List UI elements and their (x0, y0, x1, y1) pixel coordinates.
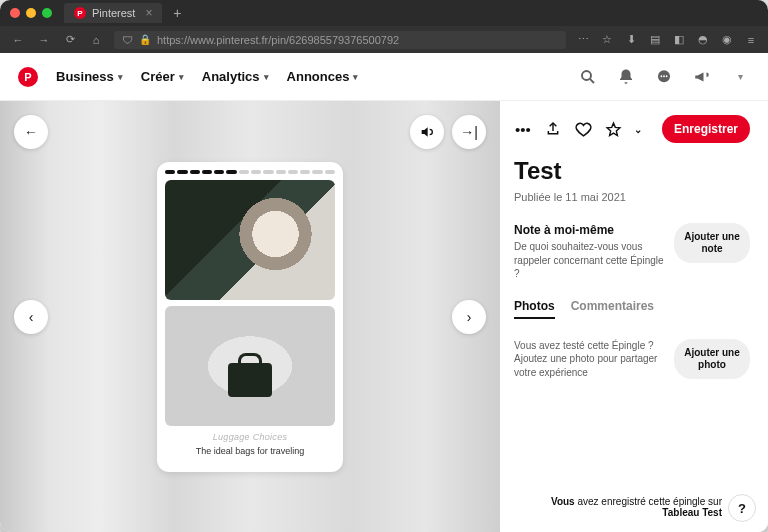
star-icon[interactable]: ☆ (600, 33, 614, 47)
pin-date: Publiée le 11 mai 2021 (514, 191, 750, 203)
tab-comments[interactable]: Commentaires (571, 299, 654, 319)
tab-photos[interactable]: Photos (514, 299, 555, 319)
board-chevron-icon[interactable]: ⌄ (634, 124, 642, 135)
chevron-down-icon: ▾ (353, 72, 358, 82)
chevron-down-icon: ▾ (264, 72, 269, 82)
nav-reload-icon[interactable]: ⟳ (62, 32, 78, 48)
story-progress (165, 170, 335, 174)
bell-icon[interactable] (616, 67, 636, 87)
nav-forward-icon[interactable]: → (36, 32, 52, 48)
skip-end-button[interactable]: →| (452, 115, 486, 149)
svg-point-4 (663, 75, 665, 77)
add-photo-button[interactable]: Ajouter une photo (674, 339, 750, 379)
site-header: P Business▾ Créer▾ Analytics▾ Annonces▾ … (0, 53, 768, 101)
nav-home-icon[interactable]: ⌂ (88, 32, 104, 48)
shield2-icon[interactable]: ◓ (696, 33, 710, 47)
browser-titlebar: P Pinterest × + (0, 0, 768, 26)
action-row: ••• ⌄ Enregistrer (514, 115, 750, 143)
tried-body: Vous avez testé cette Épingle ? Ajoutez … (514, 339, 664, 380)
account-icon[interactable]: ◉ (720, 33, 734, 47)
story-card: Luggage Choices The ideal bags for trave… (157, 162, 343, 472)
tried-section: Vous avez testé cette Épingle ? Ajoutez … (514, 339, 750, 380)
close-tab-icon[interactable]: × (145, 6, 152, 20)
megaphone-icon[interactable] (692, 67, 712, 87)
chevron-down-icon: ▾ (179, 72, 184, 82)
next-button[interactable]: › (452, 300, 486, 334)
sidebar-icon[interactable]: ◧ (672, 33, 686, 47)
story-caption: Luggage Choices (165, 432, 335, 442)
address-bar[interactable]: 🛡 🔒 https://www.pinterest.fr/pin/6269855… (114, 31, 566, 49)
maximize-window-button[interactable] (42, 8, 52, 18)
library-icon[interactable]: ▤ (648, 33, 662, 47)
close-window-button[interactable] (10, 8, 20, 18)
nav-create[interactable]: Créer▾ (141, 69, 184, 84)
heart-icon[interactable] (574, 120, 592, 138)
browser-tab[interactable]: P Pinterest × (64, 3, 162, 23)
pinterest-logo[interactable]: P (18, 67, 38, 87)
nav-analytics[interactable]: Analytics▾ (202, 69, 269, 84)
chevron-down-icon: ▾ (118, 72, 123, 82)
bag-illustration (228, 363, 272, 397)
lock-icon: 🔒 (139, 34, 151, 45)
detail-tabs: Photos Commentaires (514, 299, 750, 319)
account-chevron-icon[interactable]: ▾ (730, 67, 750, 87)
back-button[interactable]: ← (14, 115, 48, 149)
svg-line-1 (590, 78, 594, 82)
svg-point-0 (582, 71, 591, 80)
downloads-icon[interactable]: ⬇ (624, 33, 638, 47)
nav-back-icon[interactable]: ← (10, 32, 26, 48)
menu-icon[interactable]: ≡ (744, 33, 758, 47)
content-area: ← →| ‹ › Luggage Choices The ideal bags … (0, 101, 768, 532)
volume-button[interactable] (410, 115, 444, 149)
minimize-window-button[interactable] (26, 8, 36, 18)
story-image-2 (165, 306, 335, 426)
messages-icon[interactable] (654, 67, 674, 87)
details-panel: ••• ⌄ Enregistrer Test Publiée le 11 mai… (500, 101, 768, 532)
svg-point-5 (666, 75, 668, 77)
more-icon[interactable]: ••• (514, 120, 532, 138)
window-controls (10, 8, 52, 18)
note-heading: Note à moi-même (514, 223, 664, 237)
new-tab-button[interactable]: + (168, 4, 186, 22)
star-outline-icon[interactable] (604, 120, 622, 138)
shield-icon: 🛡 (122, 34, 133, 46)
note-body: De quoi souhaitez-vous vous rappeler con… (514, 240, 664, 281)
prev-button[interactable]: ‹ (14, 300, 48, 334)
nav-business[interactable]: Business▾ (56, 69, 123, 84)
nav-ads[interactable]: Annonces▾ (287, 69, 359, 84)
svg-point-3 (660, 75, 662, 77)
share-icon[interactable] (544, 120, 562, 138)
save-confirmation: Vous avez enregistré cette épingle sur T… (514, 496, 722, 518)
browser-window: P Pinterest × + ← → ⟳ ⌂ 🛡 🔒 https://www.… (0, 0, 768, 532)
overflow-icon[interactable]: ⋯ (576, 33, 590, 47)
story-image-1 (165, 180, 335, 300)
pin-viewer: ← →| ‹ › Luggage Choices The ideal bags … (0, 101, 500, 532)
url-text: https://www.pinterest.fr/pin/62698557937… (157, 34, 399, 46)
story-subcaption: The ideal bags for traveling (165, 446, 335, 456)
pinterest-favicon: P (74, 7, 86, 19)
add-note-button[interactable]: Ajouter une note (674, 223, 750, 263)
toolbar-right-icons: ⋯ ☆ ⬇ ▤ ◧ ◓ ◉ ≡ (576, 33, 758, 47)
tab-title: Pinterest (92, 7, 135, 19)
save-button[interactable]: Enregistrer (662, 115, 750, 143)
help-button[interactable]: ? (728, 494, 756, 522)
note-section: Note à moi-même De quoi souhaitez-vous v… (514, 223, 750, 281)
pin-title: Test (514, 157, 750, 185)
search-icon[interactable] (578, 67, 598, 87)
browser-toolbar: ← → ⟳ ⌂ 🛡 🔒 https://www.pinterest.fr/pin… (0, 26, 768, 53)
